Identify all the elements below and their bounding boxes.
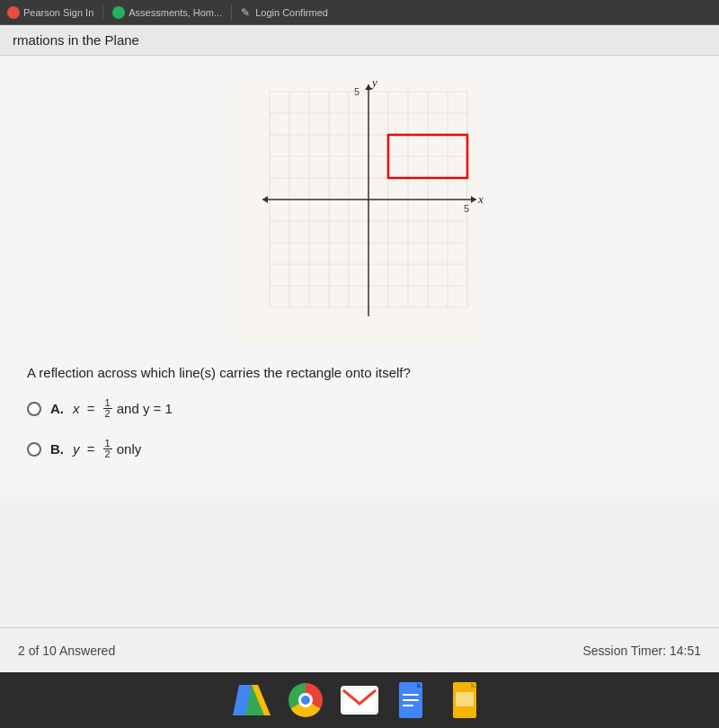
option-b-label: B. [50, 441, 64, 457]
chrome-center [298, 693, 313, 707]
graph-container [27, 74, 692, 343]
radio-b[interactable] [27, 442, 41, 457]
google-drive-icon[interactable] [232, 680, 271, 720]
option-b-y: y [73, 441, 80, 457]
pearson-icon [7, 6, 20, 19]
option-b-rest: only [117, 441, 142, 457]
assessments-tab[interactable]: Assessments, Hom... [112, 6, 222, 19]
svg-rect-11 [456, 692, 474, 706]
gmail-icon[interactable] [340, 680, 379, 720]
browser-bar: Pearson Sign In Assessments, Hom... ✎ Lo… [0, 0, 719, 25]
option-a-label: A. [50, 401, 64, 416]
option-a-eq1: = [84, 401, 99, 416]
svg-rect-3 [342, 688, 377, 713]
page-header: rmations in the Plane [0, 25, 719, 56]
radio-a[interactable] [27, 402, 41, 416]
google-chrome-icon[interactable] [286, 680, 325, 720]
assessments-icon [112, 6, 125, 19]
session-timer: Session Timer: 14:51 [582, 644, 701, 658]
google-docs-icon[interactable] [394, 680, 433, 720]
svg-rect-7 [403, 699, 419, 701]
option-a-math: x = 1 2 and y = 1 [73, 398, 173, 419]
option-a-rest: and y = 1 [117, 401, 173, 416]
timer-value: 14:51 [670, 644, 701, 658]
frac-a-den: 2 [103, 409, 112, 419]
coordinate-graph [234, 74, 485, 343]
taskbar [0, 672, 719, 728]
login-icon: ✎ [241, 6, 250, 19]
pearson-tab[interactable]: Pearson Sign In [7, 6, 93, 19]
main-content: rmations in the Plane A reflection acros… [0, 25, 719, 627]
option-a-x: x [73, 401, 80, 416]
divider [102, 4, 103, 21]
page-title: rmations in the Plane [13, 32, 139, 48]
option-b-eq1: = [84, 441, 99, 457]
option-a[interactable]: A. x = 1 2 and y = 1 [27, 398, 692, 419]
frac-b-den: 2 [103, 449, 112, 459]
gmail-envelope [341, 686, 378, 715]
chrome-ring [288, 683, 323, 717]
question-text: A reflection across which line(s) carrie… [27, 365, 692, 380]
option-b[interactable]: B. y = 1 2 only [27, 439, 692, 459]
divider2 [231, 4, 232, 21]
svg-rect-6 [403, 694, 419, 696]
google-slides-icon[interactable] [448, 680, 487, 720]
footer-bar: 2 of 10 Answered Session Timer: 14:51 [0, 627, 719, 672]
content-body: A reflection across which line(s) carrie… [0, 56, 719, 497]
svg-rect-8 [403, 705, 413, 706]
progress-text: 2 of 10 Answered [18, 644, 115, 658]
fraction-a: 1 2 [103, 398, 112, 419]
fraction-b: 1 2 [103, 439, 112, 459]
timer-label: Session Timer: [582, 644, 666, 658]
login-tab[interactable]: ✎ Login Confirmed [241, 6, 328, 19]
graph-wrapper [234, 74, 485, 343]
option-b-math: y = 1 2 only [73, 439, 141, 459]
